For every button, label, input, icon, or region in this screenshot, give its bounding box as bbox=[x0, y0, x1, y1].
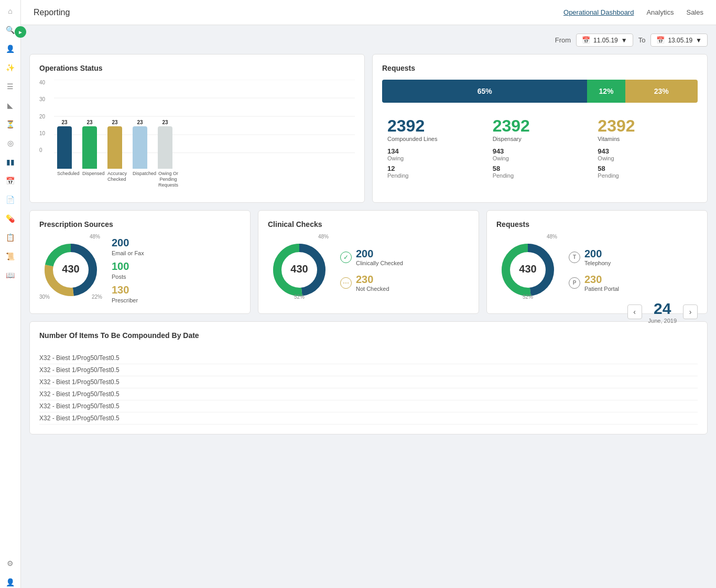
segment-green-label: 12% bbox=[599, 87, 613, 95]
legend-email: 200 bbox=[112, 237, 144, 249]
y-tick-30: 30 bbox=[39, 96, 45, 102]
bar-dispatched: 23 bbox=[133, 119, 147, 169]
not-checked-label: Not Checked bbox=[356, 286, 389, 292]
y-tick-10: 10 bbox=[39, 130, 45, 136]
bar-accuracy: 23 bbox=[107, 119, 122, 169]
svg-text:430: 430 bbox=[62, 263, 79, 275]
requests-legend: T 200 Telephony P 230 Patient P bbox=[569, 248, 619, 292]
svg-text:430: 430 bbox=[519, 263, 536, 275]
nav-operational[interactable]: Operational Dashboard bbox=[563, 8, 634, 16]
date-next-button[interactable]: › bbox=[683, 304, 698, 319]
prescription-donut-svg: 430 bbox=[42, 241, 100, 299]
bar-scheduled: 23 bbox=[57, 119, 72, 169]
svg-text:430: 430 bbox=[290, 263, 308, 275]
clinical-donut-wrap: 48% 430 52% bbox=[268, 236, 331, 304]
date-prev-button[interactable]: ‹ bbox=[627, 304, 642, 319]
prescription-donut-wrap: 48% 430 30% bbox=[39, 236, 102, 304]
compound-header: Number Of Items To Be Compounded By Date… bbox=[39, 331, 698, 347]
mid-row: Prescription Sources 48% bbox=[29, 210, 708, 314]
star-icon[interactable]: ✨ bbox=[5, 62, 16, 73]
bar-label-accuracy: Accuracy Checked bbox=[107, 171, 122, 188]
main-area: Reporting Operational Dashboard Analytic… bbox=[21, 0, 716, 588]
nav-sales[interactable]: Sales bbox=[686, 8, 703, 16]
date-day: 24 bbox=[648, 300, 677, 318]
clinical-pct-top: 48% bbox=[318, 234, 329, 239]
clinical-donut-section: 48% 430 52% ✓ bbox=[268, 236, 469, 304]
legend-checked: ✓ 200 Clinically Checked bbox=[340, 248, 403, 266]
patient-portal-label: Patient Portal bbox=[584, 286, 619, 292]
calendar-icon[interactable]: 📅 bbox=[5, 175, 16, 187]
from-date-button[interactable]: 📅 11.05.19 ▼ bbox=[576, 34, 633, 47]
clipboard-icon[interactable]: 📖 bbox=[5, 269, 16, 281]
from-date-value: 11.05.19 bbox=[593, 37, 618, 44]
reporting-icon[interactable]: ▮▮ bbox=[5, 156, 16, 168]
list-item: X32 - Biest 1/Prog50/Test0.5 bbox=[39, 376, 698, 388]
requests-donut-svg: 430 bbox=[499, 241, 557, 299]
bar-chart: 0 10 20 30 40 bbox=[39, 80, 355, 193]
legend-patient-portal: P 230 Patient Portal bbox=[569, 274, 619, 292]
prescription-sources-title: Prescription Sources bbox=[39, 220, 241, 228]
list-item: X32 - Biest 1/Prog50/Test0.5 bbox=[39, 364, 698, 376]
requests-bottom-title: Requests bbox=[496, 220, 698, 228]
bar-label-dispensed: Dispensed bbox=[82, 171, 97, 188]
target-icon[interactable]: ◎ bbox=[5, 137, 16, 149]
sidebar: ⌂ ► 🔍 👤 ✨ ☰ ◣ ⏳ ◎ ▮▮ 📅 📄 💊 📋 📜 📖 ⚙ 👤 bbox=[0, 0, 21, 588]
bar-dispensed: 23 bbox=[82, 119, 97, 169]
compounded-sub: Compounded Lines bbox=[387, 136, 482, 142]
bar-label-owing: Owing Or Pending Requests bbox=[158, 171, 179, 188]
checked-num: 200 bbox=[356, 248, 403, 260]
segment-gold: 23% bbox=[625, 80, 698, 103]
expand-button[interactable]: ► bbox=[15, 26, 26, 38]
date-nav: ‹ 24 June, 2019 › bbox=[627, 300, 698, 324]
home-icon[interactable]: ⌂ bbox=[5, 5, 16, 17]
nav-analytics[interactable]: Analytics bbox=[646, 8, 674, 16]
segment-blue-label: 65% bbox=[478, 87, 492, 95]
requests-stats: 2392 Compounded Lines 134 Owing 12 Pendi… bbox=[382, 113, 698, 182]
requests-bottom-card: Requests 48% 430 52% bbox=[486, 210, 708, 314]
history-icon[interactable]: ⏳ bbox=[5, 118, 16, 130]
operations-status-title: Operations Status bbox=[39, 64, 355, 72]
content-area: From 📅 11.05.19 ▼ To 📅 13.05.19 ▼ Operat… bbox=[21, 25, 716, 588]
settings-icon[interactable]: ⚙ bbox=[5, 558, 16, 569]
checked-label: Clinically Checked bbox=[356, 260, 403, 266]
requests-donut-section: 48% 430 52% T bbox=[496, 236, 698, 304]
compounded-owing: 134 Owing bbox=[387, 147, 482, 161]
patient-portal-num: 230 bbox=[584, 274, 619, 286]
zoom-icon[interactable]: 🔍 bbox=[5, 24, 16, 36]
to-date-button[interactable]: 📅 13.05.19 ▼ bbox=[650, 34, 708, 47]
y-tick-40: 40 bbox=[39, 80, 45, 85]
calendar-to-icon: 📅 bbox=[656, 36, 665, 44]
chart-icon[interactable]: ◣ bbox=[5, 100, 16, 111]
dispensary-sub: Dispensary bbox=[493, 136, 588, 142]
clinical-legend: ✓ 200 Clinically Checked ⋯ 230 bbox=[340, 248, 403, 292]
avatar-icon[interactable]: 👤 bbox=[5, 576, 16, 588]
legend-email-label: Email or Fax bbox=[112, 250, 144, 256]
requests-stacked-bar: 65% 12% 23% bbox=[382, 80, 698, 103]
list-item: X32 - Biest 1/Prog50/Test0.5 bbox=[39, 412, 698, 424]
prescription-donut-section: 48% 430 30% bbox=[39, 236, 241, 304]
list-icon[interactable]: ☰ bbox=[5, 81, 16, 92]
legend-prescriber-label: Prescriber bbox=[112, 297, 144, 303]
requests-top-card: Requests 65% 12% 23% bbox=[372, 54, 708, 203]
medicine-icon[interactable]: 💊 bbox=[5, 213, 16, 224]
segment-gold-label: 23% bbox=[654, 87, 669, 95]
date-month: June, 2019 bbox=[648, 318, 677, 324]
list-item: X32 - Biest 1/Prog50/Test0.5 bbox=[39, 400, 698, 412]
patient-portal-icon: P bbox=[569, 277, 580, 289]
vitamins-big: 2392 bbox=[598, 116, 692, 136]
badge-icon[interactable]: 📜 bbox=[5, 251, 16, 262]
to-chevron-icon: ▼ bbox=[696, 37, 702, 44]
from-label: From bbox=[555, 36, 571, 44]
clinical-donut-svg: 430 bbox=[270, 241, 328, 299]
bar-label-scheduled: Scheduled bbox=[57, 171, 72, 188]
header-nav: Operational Dashboard Analytics Sales bbox=[563, 8, 703, 16]
y-tick-0: 0 bbox=[39, 147, 45, 153]
requests-donut-wrap: 48% 430 52% bbox=[496, 236, 559, 304]
calendar-from-icon: 📅 bbox=[582, 36, 590, 44]
doc-icon[interactable]: 📄 bbox=[5, 194, 16, 205]
notes-icon[interactable]: 📋 bbox=[5, 232, 16, 243]
list-item: X32 - Biest 1/Prog50/Test0.5 bbox=[39, 352, 698, 364]
segment-blue: 65% bbox=[382, 80, 587, 103]
users-icon[interactable]: 👤 bbox=[5, 43, 16, 55]
to-label: To bbox=[638, 36, 646, 44]
